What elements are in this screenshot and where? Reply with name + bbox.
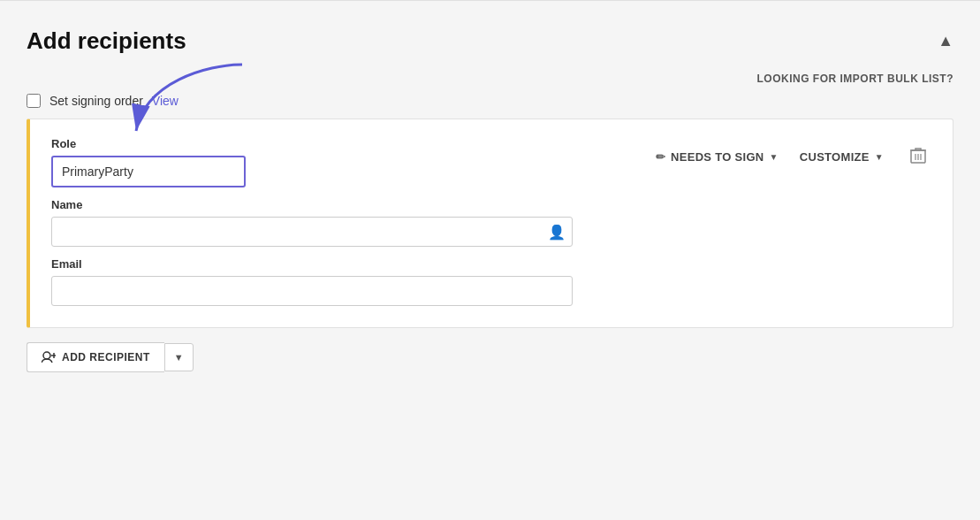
add-recipient-label: ADD RECIPIENT <box>62 351 150 363</box>
add-recipient-dropdown-button[interactable]: ▼ <box>164 343 194 371</box>
email-input[interactable] <box>51 276 573 306</box>
role-group: Role <box>51 137 246 187</box>
trash-icon <box>910 146 926 164</box>
fields-area: Role Name 👤 Email <box>51 137 634 306</box>
recipient-card: Role Name 👤 Email <box>27 119 953 328</box>
add-recipient-button[interactable]: ADD RECIPIENT <box>27 342 164 372</box>
signing-order-label: Set signing order <box>49 94 143 108</box>
needs-to-sign-dropdown-arrow: ▼ <box>770 152 779 162</box>
section-header: Add recipients ▲ <box>0 19 980 73</box>
add-recipient-dropdown-arrow: ▼ <box>174 352 184 363</box>
email-input-wrap <box>51 276 573 306</box>
add-recipient-row: ADD RECIPIENT ▼ <box>0 342 980 372</box>
card-content: Role Name 👤 Email <box>51 137 931 306</box>
customize-button[interactable]: CUSTOMIZE ▼ <box>800 150 884 164</box>
email-group: Email <box>51 257 634 306</box>
name-email-area: Name 👤 Email <box>51 198 634 306</box>
view-link[interactable]: View <box>152 94 179 108</box>
name-label: Name <box>51 198 634 211</box>
name-input[interactable] <box>51 217 573 247</box>
signing-order-row: Set signing order View <box>0 94 980 119</box>
svg-point-6 <box>43 352 50 359</box>
role-label: Role <box>51 137 246 150</box>
delete-recipient-button[interactable] <box>905 144 931 169</box>
add-recipient-icon <box>42 351 56 363</box>
name-group: Name 👤 <box>51 198 634 247</box>
pencil-icon: ✏ <box>656 150 665 164</box>
needs-to-sign-button[interactable]: ✏ NEEDS TO SIGN ▼ <box>656 150 779 164</box>
signing-order-checkbox[interactable] <box>27 94 41 108</box>
role-input[interactable] <box>51 156 246 187</box>
top-divider <box>0 0 980 1</box>
customize-label: CUSTOMIZE <box>800 150 870 164</box>
customize-dropdown-arrow: ▼ <box>875 152 884 162</box>
page-title: Add recipients <box>27 27 186 55</box>
email-label: Email <box>51 257 634 271</box>
import-link-row: LOOKING FOR IMPORT BULK LIST? <box>0 73 980 94</box>
collapse-icon[interactable]: ▲ <box>938 32 953 50</box>
import-bulk-link[interactable]: LOOKING FOR IMPORT BULK LIST? <box>757 73 953 85</box>
contact-icon: 👤 <box>548 224 566 241</box>
role-name-row: Role <box>51 137 634 187</box>
needs-to-sign-label: NEEDS TO SIGN <box>671 150 764 164</box>
actions-area: ✏ NEEDS TO SIGN ▼ CUSTOMIZE ▼ <box>656 137 931 169</box>
name-input-wrap: 👤 <box>51 217 573 247</box>
